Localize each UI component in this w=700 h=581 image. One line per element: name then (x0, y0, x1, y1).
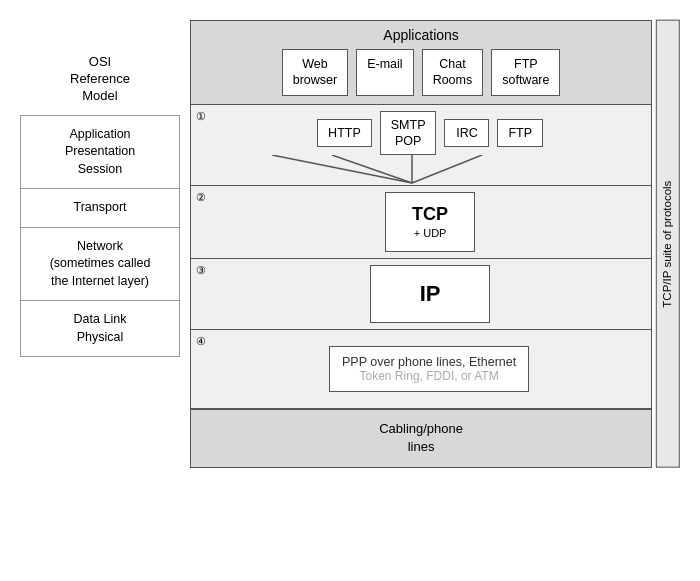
osi-panel: OSIReferenceModel ApplicationPresentatio… (20, 50, 180, 357)
layer4-line1: PPP over phone lines, Ethernet (342, 355, 516, 369)
applications-section: Applications Webbrowser E-mail ChatRooms… (191, 21, 651, 105)
layer4-content: PPP over phone lines, Ethernet Token Rin… (199, 336, 643, 402)
layer2-protocols: TCP+ UDP (199, 192, 643, 252)
diagram-content: Applications Webbrowser E-mail ChatRooms… (190, 20, 652, 468)
osi-title: OSIReferenceModel (20, 50, 180, 109)
proto-smtp-pop: SMTPPOP (380, 111, 437, 156)
layer3-section: ③ IP (191, 259, 651, 331)
layer1-section: ① HTTP SMTPPOP IRC FTP (191, 105, 651, 187)
layer1-protocols: HTTP SMTPPOP IRC FTP (199, 111, 643, 156)
app-web-browser: Webbrowser (282, 49, 348, 96)
layer4-number: ④ (196, 335, 206, 348)
app-email: E-mail (356, 49, 413, 96)
osi-row-app: ApplicationPresentationSession (20, 115, 180, 190)
app-ftp-software: FTPsoftware (491, 49, 560, 96)
main-diagram: Applications Webbrowser E-mail ChatRooms… (190, 20, 680, 468)
layer4-section: ④ PPP over phone lines, Ethernet Token R… (191, 330, 651, 409)
proto-ip: IP (370, 265, 490, 324)
app-boxes: Webbrowser E-mail ChatRooms FTPsoftware (199, 49, 643, 96)
osi-row-transport: Transport (20, 189, 180, 228)
layer4-box: PPP over phone lines, Ethernet Token Rin… (329, 346, 529, 392)
layer4-line2: Token Ring, FDDI, or ATM (342, 369, 516, 383)
layer3-number: ③ (196, 264, 206, 277)
applications-title: Applications (199, 27, 643, 43)
connector-area (199, 155, 643, 185)
proto-http: HTTP (317, 119, 372, 147)
layer3-protocols: IP (199, 265, 643, 324)
proto-irc: IRC (444, 119, 489, 147)
tcpip-label: TCP/IP suite of protocols (656, 20, 680, 468)
cabling-section: Cabling/phonelines (191, 409, 651, 466)
connector-svg (217, 155, 643, 185)
layer1-number: ① (196, 110, 206, 123)
proto-tcp-sub: + UDP (398, 226, 462, 240)
layer2-section: ② TCP+ UDP (191, 186, 651, 259)
layer2-number: ② (196, 191, 206, 204)
svg-line-3 (412, 155, 482, 183)
proto-ftp: FTP (497, 119, 543, 147)
main-container: OSIReferenceModel ApplicationPresentatio… (0, 0, 700, 581)
proto-tcp: TCP+ UDP (385, 192, 475, 252)
osi-row-network: Network(sometimes calledthe Internet lay… (20, 228, 180, 302)
osi-row-datalink: Data LinkPhysical (20, 301, 180, 357)
app-chat-rooms: ChatRooms (422, 49, 484, 96)
